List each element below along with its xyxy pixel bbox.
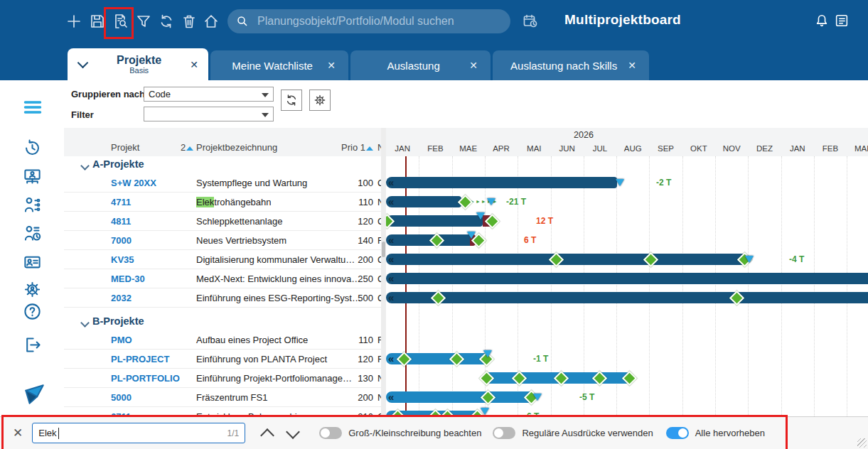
gantt-group-row	[386, 313, 868, 330]
project-code-link[interactable]: KV35	[111, 254, 134, 265]
logout-icon[interactable]	[23, 335, 43, 355]
save-icon[interactable]	[89, 13, 106, 30]
resize-grip[interactable]	[857, 438, 867, 448]
filter-icon[interactable]	[135, 13, 152, 30]
project-code-link[interactable]: 5000	[111, 392, 132, 403]
global-search-input[interactable]	[256, 14, 502, 28]
case-sensitive-toggle[interactable]	[319, 427, 342, 439]
table-row[interactable]: 4711Elektrohängebahn110N	[64, 193, 381, 212]
home-icon[interactable]	[203, 13, 220, 30]
scrollbar-thumb[interactable]	[382, 242, 385, 257]
help-icon[interactable]	[23, 302, 43, 322]
gantt-bar[interactable]	[386, 254, 746, 265]
table-row[interactable]: KV35Digitalisierung kommunaler Verwaltu……	[64, 250, 381, 269]
tab-auslastung[interactable]: Auslastung ✕	[350, 50, 491, 80]
project-name: Aufbau eines Project Office	[196, 335, 308, 345]
menu-hamburger-icon[interactable]	[23, 97, 43, 117]
trash-icon[interactable]	[181, 13, 198, 30]
find-next-button[interactable]	[286, 425, 300, 439]
bar-start-cap-icon: «	[388, 292, 393, 303]
gantt-month-label: MAI	[518, 144, 550, 153]
gantt-month-label: OKT	[682, 144, 715, 153]
chevron-down-icon	[262, 93, 269, 97]
chevron-down-icon[interactable]	[80, 318, 90, 328]
global-search[interactable]	[227, 9, 510, 33]
end-date-triangle-icon	[616, 179, 624, 186]
close-icon[interactable]: ✕	[625, 60, 639, 71]
project-code-link[interactable]: 4811	[111, 216, 131, 227]
table-row[interactable]: PL-PROJECTEinführung von PLANTA Project1…	[64, 350, 381, 369]
project-prio: 200	[334, 254, 373, 265]
project-code-link[interactable]: 6711	[111, 411, 131, 416]
notifications-bell-icon[interactable]	[814, 13, 831, 30]
table-row[interactable]: 4811Schleppkettenanlage120C	[64, 212, 381, 231]
close-icon[interactable]: ✕	[13, 426, 23, 440]
settings-gear-button[interactable]	[309, 90, 331, 111]
close-icon[interactable]: ✕	[466, 60, 481, 71]
tab-auslastung-nach-skills[interactable]: Auslastung nach Skills ✕	[493, 50, 649, 80]
refresh-icon[interactable]	[158, 13, 175, 30]
table-row[interactable]: 6711Entwicklung Bohrmaschine210C	[64, 407, 381, 416]
column-header-projektbezeichnung[interactable]: Projektbezeichnung	[196, 142, 277, 153]
history-icon[interactable]	[23, 139, 43, 158]
project-name: Einführung von PLANTA Project	[196, 354, 327, 364]
table-row[interactable]: S+W 20XXSystempflege und Wartung100C	[64, 173, 381, 193]
calendar-clock-icon[interactable]	[522, 13, 539, 30]
regex-toggle[interactable]	[493, 427, 515, 439]
tab-projekte[interactable]: Projekte Basis ✕	[68, 48, 208, 80]
gantt-bar[interactable]	[386, 391, 532, 403]
close-icon[interactable]: ✕	[324, 60, 338, 71]
org-board-icon[interactable]	[23, 167, 43, 187]
group-by-dropdown[interactable]: Code	[144, 87, 274, 102]
gantt-bar[interactable]	[386, 215, 483, 227]
project-code-link[interactable]: PMO	[111, 335, 132, 345]
gantt-bar[interactable]	[386, 273, 868, 284]
panel-list-icon[interactable]	[834, 13, 851, 30]
filter-label: Filter	[71, 109, 94, 120]
gantt-month-label: JUN	[551, 144, 584, 153]
sort-indicator-2[interactable]: 2	[181, 142, 193, 153]
project-name: Digitalisierung kommunaler Verwaltu…	[196, 254, 355, 265]
table-row[interactable]: 5000Fräszentrum FS1200N	[64, 388, 381, 407]
gantt-panel: «-2 T«►►►►►-21 T12 T«6 T«-4 T«««-1 T«-5 …	[386, 156, 868, 416]
id-card-icon[interactable]	[23, 252, 43, 272]
filter-dropdown[interactable]	[144, 107, 274, 121]
time-recording-icon[interactable]	[23, 224, 43, 244]
project-code-link[interactable]: 2032	[111, 293, 132, 303]
refresh-view-button[interactable]	[281, 90, 302, 111]
find-input[interactable]: Elek 1/1	[32, 423, 245, 443]
project-code-link[interactable]: PL-PROJECT	[111, 354, 169, 364]
user-settings-gear-icon[interactable]	[23, 280, 43, 300]
group-header-row[interactable]: B-Projekte	[64, 313, 381, 330]
table-row[interactable]: MED-30MedX-Next: Entwicklung eines innov…	[64, 269, 381, 288]
gantt-bar[interactable]	[386, 196, 461, 207]
table-row[interactable]: 7000Neues Vertriebsystem140F	[64, 231, 381, 250]
vertical-scrollbar[interactable]	[381, 128, 386, 416]
table-row[interactable]: 2032Einführung eines ESG-Reporting-Syst……	[64, 288, 381, 308]
gantt-row	[386, 369, 868, 388]
find-previous-button[interactable]	[260, 428, 274, 443]
project-name: Fräszentrum FS1	[196, 392, 267, 403]
gantt-bar[interactable]	[386, 177, 617, 188]
add-icon[interactable]	[65, 13, 82, 30]
schedule-delta-label: 6 T	[524, 235, 536, 245]
project-code-link[interactable]: 4711	[111, 197, 131, 207]
group-header-row[interactable]: A-Projekte	[64, 156, 381, 173]
column-header-projekt[interactable]: Projekt	[111, 142, 139, 153]
chevron-down-icon[interactable]	[77, 58, 89, 69]
tab-meine-watchliste[interactable]: Meine Watchliste ✕	[210, 50, 348, 80]
close-icon[interactable]: ✕	[187, 59, 201, 70]
column-header-prio[interactable]: Prio 1	[334, 142, 373, 153]
project-code-link[interactable]: PL-PORTFOLIO	[111, 373, 180, 384]
chevron-down-icon[interactable]	[80, 161, 90, 171]
resources-structure-icon[interactable]	[23, 195, 43, 215]
project-code-link[interactable]: MED-30	[111, 274, 145, 284]
sort-up-icon	[186, 146, 193, 151]
project-code-link[interactable]: S+W 20XX	[111, 178, 156, 188]
gantt-bar[interactable]	[386, 292, 868, 303]
highlight-all-toggle[interactable]	[666, 427, 689, 439]
table-row[interactable]: PL-PORTFOLIOEinführung Projekt-Portfolio…	[64, 369, 381, 388]
module-search-icon[interactable]	[112, 13, 129, 30]
table-row[interactable]: PMOAufbau eines Project Office110F	[64, 330, 381, 350]
project-code-link[interactable]: 7000	[111, 235, 132, 246]
